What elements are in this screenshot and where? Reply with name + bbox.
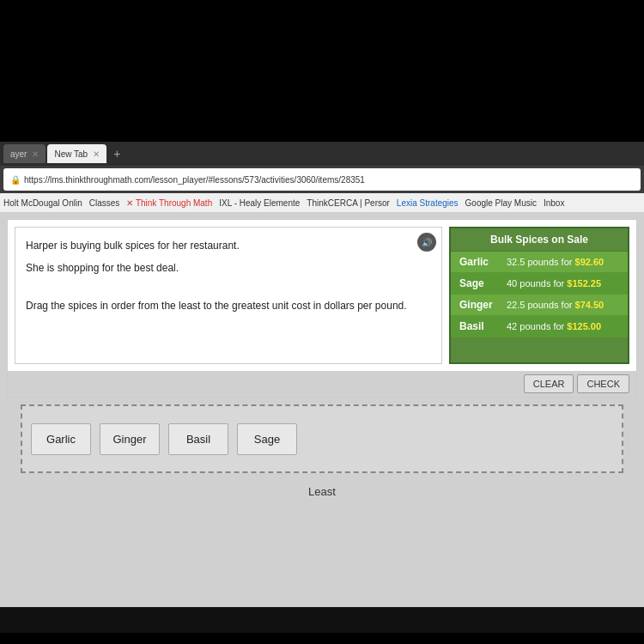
tab-bar: ayer ✕ New Tab ✕ + [0,142,644,166]
spice-price-ginger: 22.5 pounds for $74.50 [507,300,604,310]
tab-new[interactable]: New Tab ✕ [47,144,106,163]
tab-ayer[interactable]: ayer ✕ [3,144,46,163]
spice-name-sage: Sage [459,277,507,289]
bookmark-ixl[interactable]: IXL - Healy Elemente [219,198,300,208]
bookmark-thinkcerca[interactable]: ThinkCERCA | Persor [307,198,390,208]
clear-button[interactable]: CLEAR [524,374,574,393]
problem-line2: She is shopping for the best deal. [26,260,431,276]
lesson-container: 🔊 Harper is buying bulk spices for her r… [7,219,637,398]
content-area: 🔊 Harper is buying bulk spices for her r… [0,212,644,607]
label-row: Least [7,480,637,503]
spice-row-ginger: Ginger 22.5 pounds for $74.50 [451,295,628,316]
drag-item-sage[interactable]: Sage [237,423,297,455]
drag-item-ginger[interactable]: Ginger [100,423,160,455]
drop-zone[interactable]: Garlic Ginger Basil Sage [21,404,623,473]
bookmark-googleplay[interactable]: Google Play Music [465,198,537,208]
spices-table: Bulk Spices on Sale Garlic 32.5 pounds f… [449,227,629,364]
spice-name-ginger: Ginger [459,299,507,311]
problem-line1: Harper is buying bulk spices for her res… [26,238,431,253]
bookmark-classes[interactable]: Classes [89,198,120,208]
bookmark-lexia[interactable]: Lexia Strategies [397,198,459,208]
spice-price-sage: 40 pounds for $152.25 [507,278,601,289]
drag-item-garlic[interactable]: Garlic [31,423,91,455]
drag-item-basil[interactable]: Basil [168,423,228,455]
lesson-top: 🔊 Harper is buying bulk spices for her r… [8,220,636,371]
spice-price-basil: 42 pounds for $125.00 [507,321,601,331]
speaker-button[interactable]: 🔊 [417,233,436,252]
problem-line3: Drag the spices in order from the least … [26,298,431,313]
bookmark-ttm[interactable]: ✕ Think Through Math [126,198,212,208]
url-text: https://lms.thinkthroughmath.com/lesson_… [24,175,365,185]
spice-row-basil: Basil 42 pounds for $125.00 [451,316,628,337]
address-bar[interactable]: 🔒 https://lms.thinkthroughmath.com/lesso… [3,168,641,191]
least-label: Least [308,485,336,498]
black-top-area [0,0,644,142]
tab-ayer-label: ayer [10,149,27,159]
spice-name-garlic: Garlic [459,256,507,268]
buttons-row: CLEAR CHECK [8,371,636,397]
lock-icon: 🔒 [10,175,21,185]
bookmark-inbox[interactable]: Inbox [544,198,564,208]
bookmarks-bar: Holt McDougal Onlin Classes ✕ Think Thro… [0,193,644,212]
spice-row-garlic: Garlic 32.5 pounds for $92.60 [451,252,628,273]
problem-text-area: 🔊 Harper is buying bulk spices for her r… [15,227,442,364]
new-tab-button[interactable]: + [108,147,125,161]
browser-chrome: ayer ✕ New Tab ✕ + 🔒 https://lms.thinkth… [0,142,644,212]
spice-price-garlic: 32.5 pounds for $92.60 [507,257,604,267]
drop-zone-container: Garlic Ginger Basil Sage [14,398,630,480]
bookmark-holt[interactable]: Holt McDougal Onlin [3,198,82,208]
tab-new-close[interactable]: ✕ [93,149,100,159]
tab-ayer-close[interactable]: ✕ [32,149,39,159]
spice-name-basil: Basil [459,320,507,332]
spice-row-sage: Sage 40 pounds for $152.25 [451,273,628,295]
black-bottom-area [0,607,644,633]
check-button[interactable]: CHECK [577,374,629,393]
spices-table-header: Bulk Spices on Sale [451,228,628,252]
tab-new-label: New Tab [54,149,88,159]
